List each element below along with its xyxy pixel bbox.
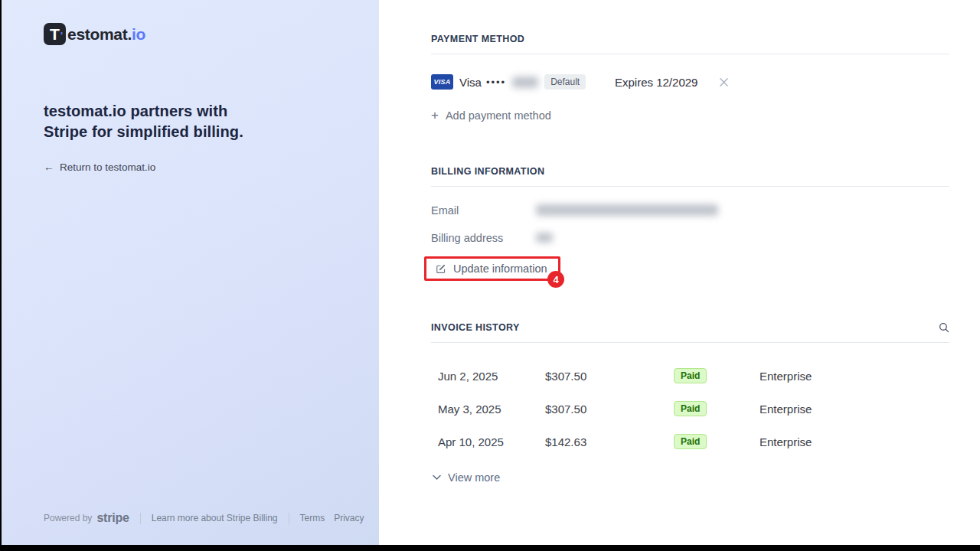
add-payment-method-button[interactable]: + Add payment method bbox=[431, 109, 951, 122]
paid-status-badge: Paid bbox=[674, 401, 707, 416]
testomat-logo-mark: T ' bbox=[44, 23, 66, 45]
privacy-link[interactable]: Privacy bbox=[334, 513, 364, 523]
invoice-status-cell: Paid bbox=[674, 368, 760, 383]
close-icon bbox=[719, 77, 729, 87]
headline-line-1: testomat.io partners with bbox=[44, 101, 273, 122]
invoice-row[interactable]: May 3, 2025 $307.50 Paid Enterprise bbox=[431, 401, 951, 415]
add-payment-method-label: Add payment method bbox=[446, 109, 551, 122]
invoice-plan: Enterprise bbox=[760, 370, 951, 383]
invoice-status-cell: Paid bbox=[674, 401, 760, 416]
learn-more-link[interactable]: Learn more about Stripe Billing bbox=[152, 513, 278, 523]
invoice-history-title: INVOICE HISTORY bbox=[431, 322, 520, 333]
testomat-logo: T ' estomat.io bbox=[44, 23, 145, 45]
section-divider bbox=[431, 342, 949, 343]
invoice-table: Jun 2, 2025 $307.50 Paid Enterprise May … bbox=[431, 368, 951, 448]
logo-wordmark: estomat.io bbox=[67, 25, 145, 44]
paid-status-badge: Paid bbox=[674, 434, 707, 449]
update-information-label: Update information bbox=[453, 262, 547, 275]
invoice-row[interactable]: Jun 2, 2025 $307.50 Paid Enterprise bbox=[431, 368, 951, 382]
email-value-redacted bbox=[536, 204, 718, 216]
partner-headline: testomat.io partners with Stripe for sim… bbox=[44, 101, 273, 142]
sidebar: T ' estomat.io testomat.io partners with… bbox=[2, 0, 379, 545]
invoice-amount: $307.50 bbox=[545, 403, 674, 416]
billing-information-title: BILLING INFORMATION bbox=[431, 166, 951, 177]
payment-method-title: PAYMENT METHOD bbox=[431, 34, 951, 44]
update-information-button[interactable]: Update information bbox=[431, 262, 561, 275]
invoice-status-cell: Paid bbox=[674, 434, 760, 449]
invoice-date: Jun 2, 2025 bbox=[438, 370, 545, 383]
billing-address-label: Billing address bbox=[431, 232, 536, 244]
invoice-history-header: INVOICE HISTORY bbox=[431, 322, 949, 333]
return-link-label: Return to testomat.io bbox=[60, 161, 155, 173]
billing-information-section: BILLING INFORMATION Email Billing addres… bbox=[431, 166, 951, 276]
chevron-down-icon bbox=[433, 474, 441, 481]
view-more-button[interactable]: View more bbox=[431, 471, 951, 484]
invoice-date: Apr 10, 2025 bbox=[438, 435, 545, 448]
invoice-plan: Enterprise bbox=[760, 403, 951, 416]
billing-portal-window: T ' estomat.io testomat.io partners with… bbox=[2, 0, 980, 545]
return-link[interactable]: ← Return to testomat.io bbox=[44, 161, 155, 173]
invoice-history-section: INVOICE HISTORY Jun 2, 2025 $307.50 Paid… bbox=[431, 322, 951, 484]
billing-main-panel: PAYMENT METHOD VISA Visa •••• Default Ex… bbox=[379, 0, 980, 545]
email-row: Email bbox=[431, 204, 951, 217]
back-arrow-icon: ← bbox=[44, 161, 54, 173]
card-last4-redacted bbox=[512, 77, 538, 88]
footer-divider bbox=[140, 513, 141, 524]
stripe-logo[interactable]: stripe bbox=[96, 511, 129, 525]
card-dots: •••• bbox=[486, 77, 506, 88]
payment-method-section: PAYMENT METHOD VISA Visa •••• Default Ex… bbox=[431, 34, 951, 122]
edit-icon bbox=[436, 263, 446, 274]
plus-icon: + bbox=[431, 110, 439, 121]
search-invoices-button[interactable] bbox=[939, 322, 949, 333]
section-divider bbox=[431, 186, 949, 187]
invoice-amount: $307.50 bbox=[545, 370, 674, 383]
invoice-plan: Enterprise bbox=[760, 435, 951, 448]
logo-letter: T bbox=[50, 25, 60, 43]
card-brand-label: Visa bbox=[459, 76, 482, 89]
default-badge: Default bbox=[544, 74, 586, 90]
terms-link[interactable]: Terms bbox=[300, 513, 325, 523]
section-divider bbox=[431, 54, 949, 54]
email-label: Email bbox=[431, 204, 536, 217]
update-information-wrap: Update information 4 bbox=[431, 262, 561, 276]
powered-by-label: Powered by bbox=[44, 513, 92, 523]
card-expiry-label: Expires 12/2029 bbox=[615, 76, 697, 89]
billing-address-value-redacted bbox=[536, 233, 553, 243]
invoice-row[interactable]: Apr 10, 2025 $142.63 Paid Enterprise bbox=[431, 434, 951, 448]
logo-tick: ' bbox=[60, 24, 63, 47]
invoice-amount: $142.63 bbox=[545, 435, 674, 448]
view-more-label: View more bbox=[448, 471, 500, 484]
sidebar-footer: Powered by stripe Learn more about Strip… bbox=[44, 511, 364, 525]
footer-divider bbox=[289, 513, 289, 524]
search-icon bbox=[939, 322, 949, 333]
paid-status-badge: Paid bbox=[674, 368, 707, 383]
remove-card-button[interactable] bbox=[719, 77, 729, 87]
payment-card-row: VISA Visa •••• Default Expires 12/2029 bbox=[431, 73, 949, 90]
billing-address-row: Billing address bbox=[431, 231, 951, 244]
headline-line-2: Stripe for simplified billing. bbox=[44, 122, 273, 142]
invoice-date: May 3, 2025 bbox=[438, 403, 545, 416]
visa-icon: VISA bbox=[431, 74, 453, 90]
